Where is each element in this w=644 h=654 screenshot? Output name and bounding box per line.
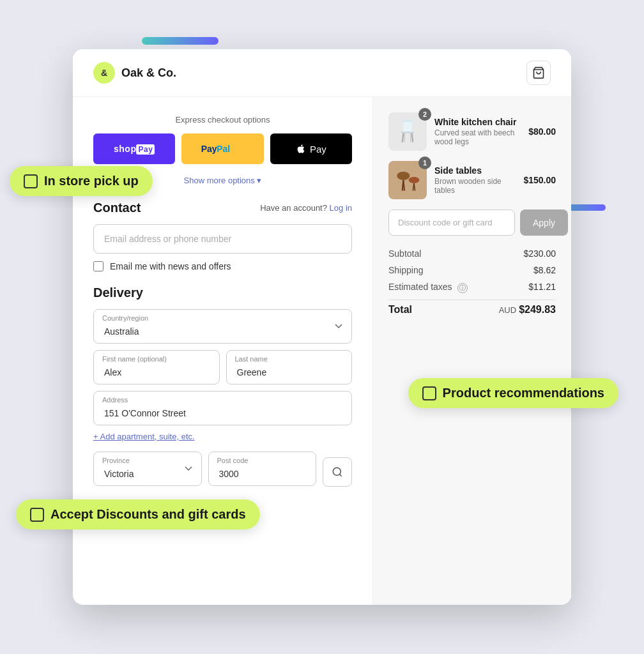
- paypal-logo: Pay Pal: [200, 142, 245, 156]
- shipping-row: Shipping $8.62: [388, 265, 556, 275]
- chair-img-wrap: 2: [388, 112, 427, 151]
- taxes-label-text: Estimated taxes: [388, 282, 452, 292]
- express-checkout-title: Express checkout options: [93, 115, 352, 125]
- taxes-info-icon[interactable]: ⓘ: [457, 283, 468, 293]
- email-newsletter-row: Email me with news and offers: [93, 261, 352, 271]
- country-field: Country/region Australia: [93, 309, 352, 344]
- total-row: Total AUD $249.83: [388, 300, 556, 316]
- tables-price: $150.00: [523, 175, 556, 185]
- shipping-value: $8.62: [533, 265, 556, 275]
- location-search-button[interactable]: [323, 457, 352, 487]
- brand-name: Oak & Co.: [121, 66, 176, 80]
- apple-logo: [296, 144, 306, 154]
- address-label: Address: [102, 396, 128, 404]
- first-name-label: First name (optional): [102, 355, 167, 363]
- shipping-label: Shipping: [388, 265, 424, 275]
- svg-point-12: [397, 172, 410, 180]
- chair-qty: 2: [423, 110, 427, 118]
- svg-text:Pal: Pal: [217, 144, 231, 154]
- svg-line-17: [414, 183, 415, 191]
- in-store-checkbox-icon: [24, 174, 38, 188]
- product-rec-checkbox-icon: [422, 386, 436, 400]
- email-phone-group: [93, 224, 352, 254]
- email-newsletter-label: Email me with news and offers: [110, 261, 231, 271]
- cart-button[interactable]: [526, 61, 551, 85]
- add-apartment-link[interactable]: + Add apartment, suite, etc.: [93, 432, 352, 441]
- tables-svg: [392, 164, 424, 196]
- subtotal-value: $230.00: [523, 248, 556, 259]
- svg-rect-7: [401, 132, 414, 133]
- total-currency: AUD: [499, 305, 516, 315]
- shop-pay-label: shopPay: [114, 144, 155, 154]
- taxes-row: Estimated taxes ⓘ $11.21: [388, 282, 556, 293]
- express-checkout-buttons: shopPay Pay Pal Pay: [93, 133, 352, 164]
- apple-pay-label: Pay: [310, 144, 326, 155]
- shop-pay-button[interactable]: shopPay: [93, 133, 175, 164]
- show-more-label: Show more options: [184, 176, 255, 185]
- svg-line-8: [402, 133, 404, 142]
- chair-name: White kitchen chair: [434, 117, 521, 127]
- svg-line-4: [339, 474, 341, 476]
- contact-title: Contact: [93, 201, 141, 215]
- total-label: Total: [388, 304, 412, 316]
- order-item-chair: 2 White kitchen chair Curved seat with b…: [388, 112, 556, 151]
- product-recommendations-label: Product recommendations: [443, 386, 604, 400]
- in-store-pickup-label: In store pick up: [44, 174, 139, 188]
- last-name-field: Last name: [226, 350, 353, 384]
- discount-input[interactable]: [388, 209, 515, 236]
- cart-icon: [532, 66, 545, 79]
- logo-icon: &: [93, 62, 115, 84]
- accept-discounts-label: Accept Discounts and gift cards: [50, 507, 246, 522]
- total-price-area: AUD $249.83: [499, 304, 556, 316]
- address-input[interactable]: [93, 391, 352, 425]
- order-item-tables: 1 Side tables Brown wooden side tables $…: [388, 161, 556, 199]
- subtotal-row: Subtotal $230.00: [388, 248, 556, 259]
- postcode-label: Post code: [217, 457, 249, 464]
- login-label: Log in: [330, 203, 352, 213]
- taxes-value: $11.21: [528, 282, 556, 293]
- svg-rect-6: [403, 122, 411, 133]
- tables-details: Side tables Brown wooden side tables: [434, 165, 516, 195]
- login-link[interactable]: Log in: [330, 203, 352, 213]
- apple-pay-button[interactable]: Pay: [270, 133, 352, 164]
- in-store-pickup-badge[interactable]: In store pick up: [10, 166, 153, 196]
- tables-img-wrap: 1: [388, 161, 427, 199]
- product-recommendations-badge[interactable]: Product recommendations: [408, 378, 618, 408]
- chair-svg: [392, 116, 424, 148]
- right-column: 2 White kitchen chair Curved seat with b…: [373, 97, 571, 605]
- country-label: Country/region: [102, 314, 148, 322]
- search-icon: [332, 466, 343, 478]
- email-newsletter-checkbox[interactable]: [93, 261, 103, 271]
- add-apartment-label: + Add apartment, suite, etc.: [93, 432, 195, 441]
- email-phone-input[interactable]: [93, 224, 352, 254]
- svg-text:Pay: Pay: [201, 144, 217, 154]
- svg-rect-5: [402, 120, 413, 122]
- apply-button[interactable]: Apply: [520, 209, 568, 236]
- contact-header: Contact Have an account? Log in: [93, 201, 352, 215]
- taxes-label: Estimated taxes ⓘ: [388, 282, 468, 293]
- first-name-field: First name (optional): [93, 350, 220, 384]
- postcode-field: Post code: [208, 452, 317, 486]
- delivery-title: Delivery: [93, 285, 352, 300]
- province-postcode-row: Province Victoria Post code: [93, 452, 316, 492]
- chair-price: $80.00: [528, 126, 556, 137]
- checkout-header: & Oak & Co.: [73, 49, 571, 97]
- paypal-button[interactable]: Pay Pal: [181, 133, 263, 164]
- province-label: Province: [102, 457, 130, 464]
- accept-discounts-checkbox-icon: [30, 508, 44, 522]
- show-more-link[interactable]: Show more options ▾: [184, 176, 262, 185]
- chair-desc: Curved seat with beech wood legs: [434, 128, 521, 146]
- subtotal-label: Subtotal: [388, 248, 421, 259]
- name-row: First name (optional) Last name: [93, 350, 352, 391]
- total-value: $249.83: [519, 304, 556, 316]
- city-search-row: Province Victoria Post code: [93, 452, 352, 492]
- last-name-label: Last name: [235, 355, 268, 363]
- decorative-pill-top: [142, 37, 218, 45]
- svg-point-15: [409, 177, 420, 183]
- discount-row: Apply: [388, 209, 556, 236]
- province-field: Province Victoria: [93, 452, 202, 486]
- accept-discounts-badge[interactable]: Accept Discounts and gift cards: [16, 499, 260, 529]
- tables-name: Side tables: [434, 165, 516, 176]
- address-field: Address: [93, 391, 352, 425]
- logo-area: & Oak & Co.: [93, 62, 176, 84]
